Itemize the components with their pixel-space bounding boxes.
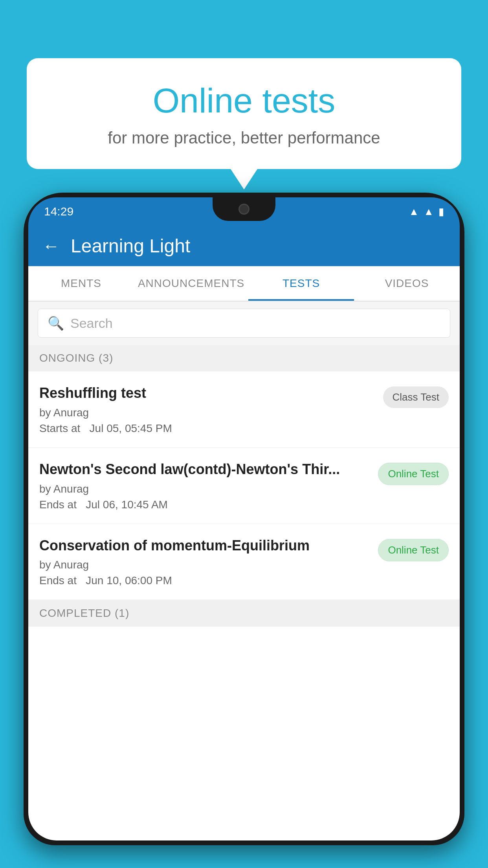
- badge-online-test-3: Online Test: [378, 539, 449, 561]
- test-time-1: Starts at Jul 05, 05:45 PM: [39, 422, 375, 435]
- phone-camera: [238, 204, 250, 215]
- test-time-3: Ends at Jun 10, 06:00 PM: [39, 574, 370, 587]
- phone-screen: ← Learning Light MENTS ANNOUNCEMENTS TES…: [28, 226, 460, 840]
- test-name-1: Reshuffling test: [39, 384, 375, 403]
- test-name-2: Newton's Second law(contd)-Newton's Thir…: [39, 460, 370, 479]
- test-time-2: Ends at Jul 06, 10:45 AM: [39, 498, 370, 511]
- search-bar[interactable]: 🔍 Search: [38, 309, 450, 338]
- status-bar: 14:29 ▲ ▲ ▮: [28, 197, 460, 226]
- badge-online-test-2: Online Test: [378, 463, 449, 485]
- app-header: ← Learning Light: [28, 226, 460, 266]
- test-author-2: by Anurag: [39, 483, 370, 495]
- wifi-icon: ▲: [409, 206, 419, 218]
- test-info-2: Newton's Second law(contd)-Newton's Thir…: [39, 460, 378, 511]
- badge-class-test-1: Class Test: [383, 386, 449, 408]
- search-container: 🔍 Search: [28, 302, 460, 345]
- search-placeholder: Search: [70, 316, 113, 331]
- back-button[interactable]: ←: [42, 237, 60, 255]
- test-author-1: by Anurag: [39, 406, 375, 419]
- test-item-3[interactable]: Conservation of momentum-Equilibrium by …: [28, 524, 460, 600]
- test-info-3: Conservation of momentum-Equilibrium by …: [39, 537, 378, 587]
- speech-bubble-container: Online tests for more practice, better p…: [27, 58, 461, 169]
- tabs-container: MENTS ANNOUNCEMENTS TESTS VIDEOS: [28, 266, 460, 302]
- test-item-1[interactable]: Reshuffling test by Anurag Starts at Jul…: [28, 371, 460, 448]
- signal-icon: ▲: [424, 206, 434, 218]
- test-info-1: Reshuffling test by Anurag Starts at Jul…: [39, 384, 383, 435]
- status-time: 14:29: [44, 205, 73, 218]
- test-list: Reshuffling test by Anurag Starts at Jul…: [28, 371, 460, 600]
- test-name-3: Conservation of momentum-Equilibrium: [39, 537, 370, 555]
- speech-bubble-title: Online tests: [46, 82, 442, 120]
- speech-bubble: Online tests for more practice, better p…: [27, 58, 461, 169]
- test-item-2[interactable]: Newton's Second law(contd)-Newton's Thir…: [28, 448, 460, 524]
- app-title: Learning Light: [71, 235, 190, 257]
- tab-videos[interactable]: VIDEOS: [354, 266, 460, 301]
- search-icon: 🔍: [48, 315, 64, 331]
- tab-ments[interactable]: MENTS: [28, 266, 134, 301]
- phone-outer: 14:29 ▲ ▲ ▮ ← Learning Light MENTS: [24, 193, 464, 845]
- battery-icon: ▮: [438, 206, 444, 218]
- tab-tests[interactable]: TESTS: [248, 266, 354, 301]
- test-author-3: by Anurag: [39, 559, 370, 571]
- phone-frame: 14:29 ▲ ▲ ▮ ← Learning Light MENTS: [24, 193, 464, 868]
- tab-announcements[interactable]: ANNOUNCEMENTS: [134, 266, 248, 301]
- completed-section-header: COMPLETED (1): [28, 600, 460, 627]
- phone-notch: [213, 197, 275, 221]
- ongoing-section-header: ONGOING (3): [28, 345, 460, 371]
- status-icons: ▲ ▲ ▮: [409, 206, 444, 218]
- speech-bubble-subtitle: for more practice, better performance: [46, 129, 442, 147]
